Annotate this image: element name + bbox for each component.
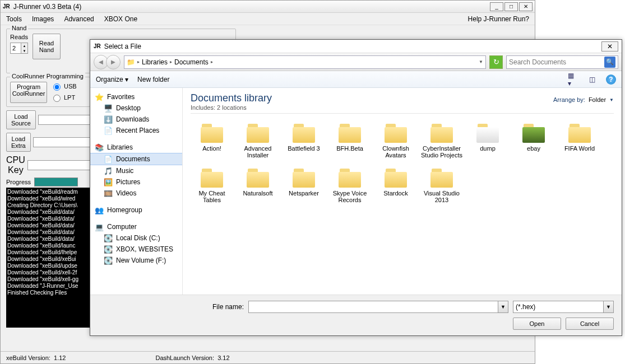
radio-usb[interactable]: USB bbox=[50, 82, 77, 91]
folder-item[interactable]: Clownfish Avatars bbox=[374, 119, 417, 161]
folder-label: My Cheat Tables bbox=[191, 190, 233, 203]
radio-lpt[interactable]: LPT bbox=[50, 93, 77, 102]
nav-forward-button[interactable]: ► bbox=[106, 55, 121, 69]
log-line: Downloaded "xeBuild/updse bbox=[7, 263, 89, 269]
sidebar-homegroup[interactable]: 👥Homegroup bbox=[90, 204, 182, 216]
log-line: Downloaded "xeBuild/wired bbox=[7, 195, 89, 202]
cancel-button[interactable]: Cancel bbox=[566, 318, 614, 330]
folder-item[interactable]: dump bbox=[466, 119, 509, 161]
menu-images[interactable]: Images bbox=[32, 15, 54, 23]
sidebar-libraries[interactable]: 📚Libraries bbox=[90, 142, 182, 153]
log-line: Downloaded "xeBuild/xell-gg bbox=[7, 276, 89, 283]
folder-icon bbox=[428, 122, 455, 144]
search-input[interactable]: Search Documents 🔍 bbox=[506, 55, 618, 69]
minimize-button[interactable]: _ bbox=[490, 2, 503, 11]
maximize-button[interactable]: □ bbox=[504, 2, 518, 11]
organize-menu[interactable]: Organize ▾ bbox=[96, 76, 128, 83]
recent-icon: 📄 bbox=[104, 126, 113, 135]
folder-item[interactable]: CyberInstaller Studio Projects bbox=[420, 119, 463, 161]
folder-item[interactable]: Visual Studio 2013 bbox=[420, 164, 463, 206]
file-filter[interactable]: (*.hex)▼ bbox=[513, 301, 614, 313]
dialog-close-button[interactable]: ✕ bbox=[601, 41, 618, 52]
reads-spinner[interactable]: 2 ▲▼ bbox=[10, 43, 28, 54]
folder-item[interactable]: Naturalsoft bbox=[237, 164, 279, 206]
library-subtitle[interactable]: Includes: 2 locations bbox=[191, 104, 614, 111]
read-nand-button[interactable]: Read Nand bbox=[33, 34, 61, 59]
drive-icon: 💽 bbox=[104, 245, 113, 254]
dialog-bottom: File name: ▼ (*.hex)▼ Open Cancel bbox=[90, 295, 622, 335]
dialog-toolbar: Organize ▾ New folder ▦ ▾ ◫ ? bbox=[90, 71, 622, 88]
reads-label: Reads bbox=[10, 34, 28, 40]
arrange-by[interactable]: Arrange by: Folder ▼ bbox=[553, 96, 614, 103]
sidebar-desktop[interactable]: 🖥️Desktop bbox=[90, 102, 182, 114]
search-icon[interactable]: 🔍 bbox=[604, 57, 615, 68]
menu-advanced[interactable]: Advanced bbox=[64, 15, 94, 23]
sidebar-videos[interactable]: 🎞️Videos bbox=[90, 188, 182, 199]
folder-label: Netsparker bbox=[289, 190, 319, 197]
folder-item[interactable]: Stardock bbox=[374, 164, 417, 206]
menu-xbox[interactable]: XBOX One bbox=[104, 15, 137, 23]
folder-label: Advanced Installer bbox=[237, 145, 279, 158]
main-title: J-Runner v0.3 Beta (4) bbox=[13, 3, 490, 11]
sidebar-pictures[interactable]: 🖼️Pictures bbox=[90, 176, 182, 188]
log-line: Downloaded "xeBuild/xeBui bbox=[7, 256, 89, 263]
sidebar-computer[interactable]: 💻Computer bbox=[90, 221, 182, 232]
sidebar-drive-xbox[interactable]: 💽XBOX, WEBSITES bbox=[90, 244, 182, 255]
folder-icon bbox=[198, 166, 225, 189]
sidebar-downloads[interactable]: ⬇️Downloads bbox=[90, 114, 182, 125]
load-extra-button[interactable]: Load Extra bbox=[6, 133, 31, 152]
sidebar-drive-c[interactable]: 💽Local Disk (C:) bbox=[90, 232, 182, 244]
folder-view: Documents library Includes: 2 locations … bbox=[183, 88, 622, 295]
folder-item[interactable]: Battlefield 3 bbox=[283, 119, 325, 161]
sidebar-documents[interactable]: 📄Documents bbox=[90, 153, 182, 165]
folder-label: Battlefield 3 bbox=[288, 145, 320, 152]
folder-icon bbox=[474, 122, 501, 144]
program-coolrunner-button[interactable]: Program CoolRunner bbox=[10, 82, 47, 103]
folder-label: Clownfish Avatars bbox=[374, 145, 417, 158]
sidebar-recent[interactable]: 📄Recent Places bbox=[90, 125, 182, 136]
drive-icon: 💽 bbox=[104, 234, 113, 242]
downloads-icon: ⬇️ bbox=[104, 115, 113, 124]
folder-item[interactable]: ebay bbox=[512, 119, 555, 161]
statusbar: xeBuild Version: 1.12 DashLaunch Version… bbox=[1, 351, 535, 363]
videos-icon: 🎞️ bbox=[104, 189, 113, 198]
music-icon: 🎵 bbox=[104, 166, 113, 175]
cpu-key-label: CPU Key bbox=[6, 155, 25, 175]
folder-label: FIFA World bbox=[564, 145, 595, 152]
load-source-button[interactable]: Load Source bbox=[6, 110, 36, 129]
coolrunner-group: CoolRunner Programming Program CoolRunne… bbox=[6, 77, 90, 107]
menu-help[interactable]: Help J-Runner Run? bbox=[468, 15, 529, 23]
folder-icon bbox=[336, 122, 363, 144]
new-folder-button[interactable]: New folder bbox=[137, 76, 169, 83]
folder-label: Action! bbox=[202, 145, 221, 152]
folder-icon: 📁 bbox=[127, 58, 135, 66]
computer-icon: 💻 bbox=[95, 222, 104, 231]
folder-item[interactable]: Netsparker bbox=[283, 164, 325, 206]
folder-icon bbox=[428, 166, 455, 189]
open-button[interactable]: Open bbox=[513, 318, 561, 330]
folder-item[interactable]: Advanced Installer bbox=[237, 119, 279, 161]
folder-label: Naturalsoft bbox=[243, 190, 272, 197]
log-line: Downloaded "xeBuild/data/ bbox=[7, 222, 89, 229]
file-name-input[interactable]: ▼ bbox=[248, 301, 508, 313]
pictures-icon: 🖼️ bbox=[104, 178, 113, 186]
menu-tools[interactable]: Tools bbox=[6, 15, 22, 23]
folder-item[interactable]: Action! bbox=[191, 119, 233, 161]
folder-item[interactable]: My Cheat Tables bbox=[191, 164, 233, 206]
folder-item[interactable]: Skype Voice Records bbox=[328, 164, 371, 206]
folder-item[interactable]: BFH.Beta bbox=[328, 119, 371, 161]
sidebar-drive-f[interactable]: 💽New Volume (F:) bbox=[90, 255, 182, 266]
preview-pane-icon[interactable]: ◫ bbox=[587, 74, 597, 85]
sidebar-music[interactable]: 🎵Music bbox=[90, 165, 182, 176]
refresh-button[interactable]: ↻ bbox=[489, 55, 503, 69]
log-line: Downloaded "xeBuild/lhelpe bbox=[7, 249, 89, 256]
help-icon[interactable]: ? bbox=[606, 74, 616, 85]
breadcrumb[interactable]: 📁 ▸ Libraries ▸ Documents ▸ ▼ bbox=[124, 55, 486, 69]
libraries-icon: 📚 bbox=[95, 143, 104, 152]
folder-item[interactable]: FIFA World bbox=[558, 119, 601, 161]
sidebar-favorites[interactable]: ⭐Favorites bbox=[90, 91, 182, 102]
view-icon[interactable]: ▦ ▾ bbox=[568, 74, 578, 85]
drive-icon: 💽 bbox=[104, 256, 113, 265]
documents-icon: 📄 bbox=[104, 155, 113, 164]
close-button[interactable]: ✕ bbox=[519, 2, 533, 11]
